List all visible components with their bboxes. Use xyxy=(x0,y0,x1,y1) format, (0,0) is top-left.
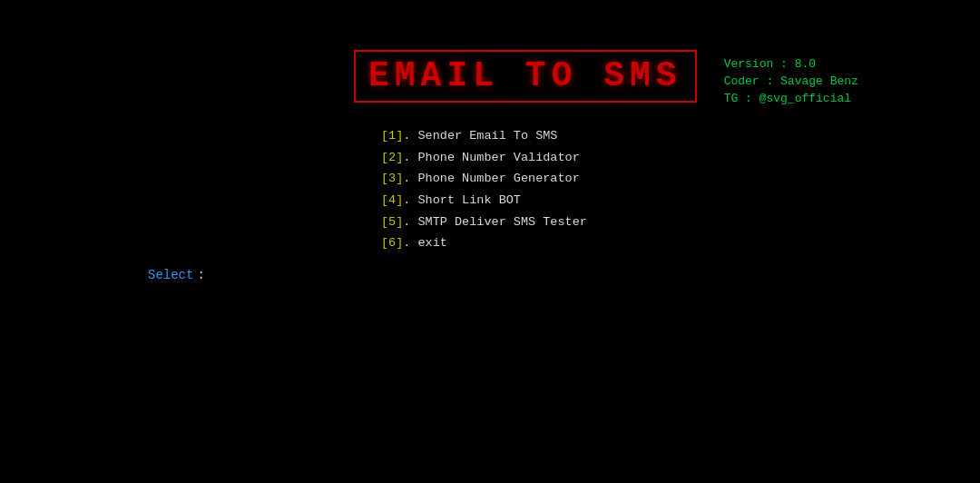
menu-item-label: . SMTP Deliver SMS Tester xyxy=(403,215,587,229)
menu-item: [5]. SMTP Deliver SMS Tester xyxy=(381,212,587,233)
menu-item-number: [5] xyxy=(381,215,403,229)
menu-item-label: . Sender Email To SMS xyxy=(403,129,557,143)
menu-item-number: [2] xyxy=(381,151,403,164)
menu-item: [6]. exit xyxy=(381,232,587,254)
menu-item-number: [1] xyxy=(381,129,403,143)
version-line2: Coder : Savage Benz xyxy=(724,74,858,88)
version-info: Version : 8.0 Coder : Savage Benz TG : @… xyxy=(724,50,858,105)
menu-item: [3]. Phone Number Generator xyxy=(381,168,587,190)
menu-item: [1]. Sender Email To SMS xyxy=(381,125,587,147)
menu-item-label: . Phone Number Validator xyxy=(403,151,579,164)
app-title: EMAIL TO SMS xyxy=(354,50,697,103)
version-line3: TG : @svg_official xyxy=(724,92,858,105)
terminal-screen: EMAIL TO SMS Version : 8.0 Coder : Savag… xyxy=(0,0,980,483)
menu-item-number: [3] xyxy=(381,172,403,185)
menu-item-label: . Phone Number Generator xyxy=(403,172,579,185)
menu-item-label: . exit xyxy=(403,236,447,250)
menu-item-number: [6] xyxy=(381,236,403,250)
select-colon: : xyxy=(197,268,204,282)
menu-item-number: [4] xyxy=(381,193,403,207)
select-label: Select xyxy=(148,268,193,282)
select-input[interactable] xyxy=(209,268,390,282)
header-area: EMAIL TO SMS Version : 8.0 Coder : Savag… xyxy=(354,50,858,105)
menu-item: [2]. Phone Number Validator xyxy=(381,147,587,169)
select-prompt-area[interactable]: Select : xyxy=(148,268,390,282)
version-line1: Version : 8.0 xyxy=(724,57,858,71)
menu-list: [1]. Sender Email To SMS[2]. Phone Numbe… xyxy=(381,125,587,254)
menu-item: [4]. Short Link BOT xyxy=(381,190,587,212)
menu-item-label: . Short Link BOT xyxy=(403,193,521,207)
